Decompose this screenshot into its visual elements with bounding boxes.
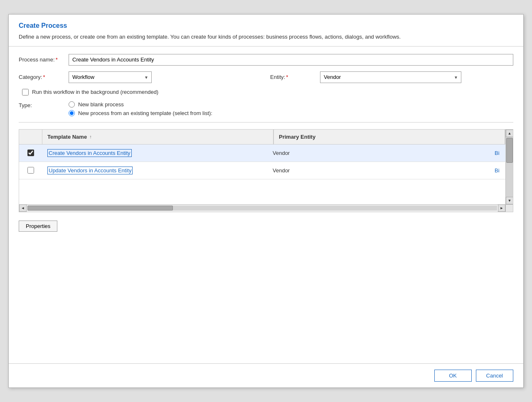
scroll-track-horiz — [27, 206, 497, 211]
td-entity-1: Vendor — [268, 145, 493, 162]
dialog-header: Create Process Define a new process, or … — [9, 15, 523, 47]
th-template-name[interactable]: Template Name ↑ — [42, 130, 274, 144]
scroll-corner — [505, 204, 513, 212]
sort-arrow-icon: ↑ — [89, 134, 92, 139]
row-checkbox-1[interactable] — [27, 150, 34, 156]
th-checkbox-col — [19, 130, 42, 144]
required-star-entity: * — [286, 74, 288, 80]
category-label: Category:* — [19, 74, 69, 80]
td-name-2: Update Vendors in Accounts Entity — [42, 162, 268, 179]
entity-select-wrapper: Vendor Account Contact ▼ — [320, 71, 461, 83]
category-group: Category:* Workflow Business Process Flo… — [19, 71, 262, 83]
entity-select[interactable]: Vendor Account Contact — [320, 71, 461, 83]
scroll-right-btn[interactable]: ► — [498, 204, 505, 212]
radio-template-label: New process from an existing template (s… — [78, 110, 212, 116]
entity-label: Entity:* — [270, 74, 320, 80]
properties-button[interactable]: Properties — [19, 221, 57, 232]
td-extra-1: Bi — [493, 150, 505, 156]
type-radio-group: New blank process New process from an ex… — [69, 101, 212, 116]
td-name-1: Create Vendors in Accounts Entity — [42, 145, 268, 162]
horizontal-scrollbar[interactable]: ◄ ► — [19, 204, 505, 212]
create-process-dialog: Create Process Define a new process, or … — [8, 14, 524, 388]
radio-option-template: New process from an existing template (s… — [69, 110, 212, 116]
dialog-description: Define a new process, or create one from… — [19, 33, 513, 41]
radio-option-blank: New blank process — [69, 101, 212, 108]
td-extra-2: Bi — [493, 167, 505, 174]
scroll-down-btn[interactable]: ▼ — [506, 197, 513, 204]
type-label: Type: — [19, 101, 69, 108]
radio-blank[interactable] — [69, 101, 75, 108]
section-divider — [19, 122, 513, 123]
radio-template[interactable] — [69, 110, 75, 116]
process-name-input[interactable] — [69, 54, 513, 66]
scroll-track-vert — [506, 137, 513, 197]
vertical-scrollbar[interactable]: ▲ ▼ — [505, 130, 513, 204]
background-workflow-label: Run this workflow in the background (rec… — [32, 89, 158, 95]
cancel-button[interactable]: Cancel — [476, 370, 513, 382]
process-name-label: Process name:* — [19, 56, 69, 63]
category-select-wrapper: Workflow Business Process Flow Action Di… — [69, 71, 152, 83]
dialog-title: Create Process — [19, 22, 513, 29]
scroll-thumb-horiz[interactable] — [27, 206, 173, 211]
scroll-up-btn[interactable]: ▲ — [506, 130, 513, 137]
table-row[interactable]: Update Vendors in Accounts Entity Vendor… — [19, 162, 505, 179]
background-workflow-checkbox[interactable] — [22, 89, 29, 96]
category-select[interactable]: Workflow Business Process Flow Action Di… — [69, 71, 152, 83]
type-row: Type: New blank process New process from… — [19, 101, 513, 116]
row-checkbox-2[interactable] — [27, 167, 34, 174]
required-star-name: * — [56, 56, 58, 63]
table-scroll-area: Template Name ↑ Primary Entity Create Ve… — [19, 130, 505, 204]
ok-button[interactable]: OK — [434, 370, 472, 382]
process-name-row: Process name:* — [19, 54, 513, 66]
dialog-body: Process name:* Category:* Workflow Busin… — [9, 47, 523, 364]
td-checkbox-1 — [19, 145, 42, 162]
td-entity-2: Vendor — [268, 162, 493, 179]
template-link-1[interactable]: Create Vendors in Accounts Entity — [47, 149, 132, 157]
template-link-2[interactable]: Update Vendors in Accounts Entity — [47, 167, 133, 174]
scroll-left-btn[interactable]: ◄ — [19, 204, 27, 212]
category-entity-row: Category:* Workflow Business Process Flo… — [19, 71, 513, 83]
scroll-thumb-vert[interactable] — [506, 138, 513, 163]
th-primary-entity[interactable]: Primary Entity — [274, 130, 505, 144]
dialog-footer: OK Cancel — [9, 363, 523, 387]
radio-blank-label: New blank process — [78, 101, 124, 108]
entity-group: Entity:* Vendor Account Contact ▼ — [270, 71, 513, 83]
table-header: Template Name ↑ Primary Entity — [19, 130, 505, 145]
template-table-wrapper: Template Name ↑ Primary Entity Create Ve… — [19, 129, 513, 212]
td-checkbox-2 — [19, 162, 42, 179]
table-row[interactable]: Create Vendors in Accounts Entity Vendor… — [19, 145, 505, 162]
background-workflow-row: Run this workflow in the background (rec… — [22, 89, 513, 96]
properties-row: Properties — [19, 221, 513, 232]
required-star-category: * — [43, 74, 45, 80]
